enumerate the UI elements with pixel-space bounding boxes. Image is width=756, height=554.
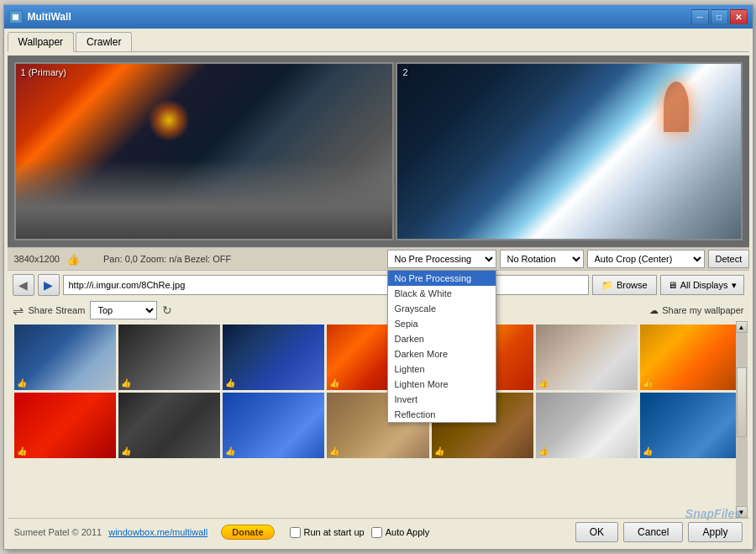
processing-dropdown-popup: No Pre Processing Black & White Grayscal… [387,270,496,423]
main-window: ▣ MultiWall ─ □ ✕ Wallpaper Crawler 1 (P… [3,4,753,550]
monitor-2: 2 [396,62,742,240]
refresh-icon[interactable]: ↻ [162,303,172,317]
main-area: 1 (Primary) 2 3840x1200 👍 Pan: 0,0 Zoom:… [8,55,749,546]
monitor-1: 1 (Primary) [14,62,395,240]
processing-option-invert[interactable]: Invert [388,392,496,407]
run-at-startup-checkbox[interactable] [290,527,301,538]
chevron-down-icon: ▾ [732,280,737,291]
processing-option-lighten-more[interactable]: Lighten More [388,377,496,392]
copyright-text: Sumeet Patel © 2011 [14,527,102,537]
thumbnail-item[interactable]: 👍 [640,324,742,390]
like-badge: 👍 [121,378,131,388]
url-row: ◀ ▶ 📁 Browse 🖥 All Displays ▾ [8,271,749,299]
processing-option-sepia[interactable]: Sepia [388,316,496,331]
scroll-up-arrow[interactable]: ▲ [736,321,748,333]
like-badge: 👍 [17,446,27,456]
close-button[interactable]: ✕ [730,9,748,24]
scroll-thumb[interactable] [737,367,747,436]
auto-apply-label: Auto Apply [386,527,430,537]
preview-area: 1 (Primary) 2 [8,55,749,247]
thumbnail-item[interactable]: 👍 [536,324,638,390]
forward-button[interactable]: ▶ [38,274,60,296]
share-row: ⇌ Share Stream Top Bottom Hot New Random… [8,299,749,321]
share-stream-label: Share Stream [29,305,86,315]
processing-dropdown-area: No Pre Processing Black & White Grayscal… [387,250,749,268]
url-input[interactable] [63,275,589,295]
tab-crawler[interactable]: Crawler [76,32,132,51]
thumbnail-item[interactable]: 👍 [223,324,324,390]
processing-option-reflection[interactable]: Reflection [388,407,496,422]
autocrop-select[interactable]: Auto Crop (Center) Auto Crop (Top) Auto … [587,250,705,268]
bottom-bar: Sumeet Patel © 2011 windowbox.me/multiwa… [8,518,749,546]
monitor-preview: 1 (Primary) 2 [14,62,743,240]
thumbnail-item[interactable]: 👍 [223,393,324,458]
like-badge: 👍 [225,446,235,456]
back-button[interactable]: ◀ [13,274,34,296]
title-bar-left: ▣ MultiWall [9,10,71,24]
like-icon[interactable]: 👍 [66,253,80,266]
thumbnail-area: 👍 👍 👍 👍 👍 👍 [8,321,749,518]
all-displays-button[interactable]: 🖥 All Displays ▾ [660,275,744,295]
folder-icon: 📁 [601,280,613,291]
donate-button[interactable]: Donate [221,525,274,540]
shuffle-icon[interactable]: ⇌ [13,303,24,319]
pan-zoom-bezel-text: Pan: 0,0 Zoom: n/a Bezel: OFF [103,254,231,264]
bottom-buttons: OK Cancel Apply [575,522,743,542]
like-badge: 👍 [329,378,339,388]
monitor-1-image [16,64,393,239]
app-icon: ▣ [9,10,23,24]
processing-option-grayscale[interactable]: Grayscale [388,301,496,316]
tab-wallpaper[interactable]: Wallpaper [8,32,75,52]
rotation-select[interactable]: No Rotation 90 CW 90 CCW 180 [500,250,584,268]
cancel-button[interactable]: Cancel [623,522,683,542]
processing-option-lighten[interactable]: Lighten [388,361,496,377]
thumbnail-item[interactable]: 👍 [118,324,220,390]
monitor-2-image [397,64,740,239]
thumbnail-item[interactable]: 👍 [14,393,116,458]
window-content: Wallpaper Crawler 1 (Primary) 2 [4,29,753,549]
window-title: MultiWall [28,11,71,23]
tab-bar: Wallpaper Crawler [8,32,749,52]
upload-icon: ☁ [649,305,659,316]
auto-apply-checkbox-area: Auto Apply [371,527,430,538]
apply-button[interactable]: Apply [688,522,742,542]
monitor-2-label: 2 [402,67,407,77]
thumbnail-item[interactable]: 👍 [536,393,638,458]
detect-button[interactable]: Detect [708,250,749,268]
website-link[interactable]: windowbox.me/multiwall [108,527,207,537]
thumbnail-item[interactable]: 👍 [14,324,116,390]
like-badge: 👍 [17,378,27,388]
like-badge: 👍 [329,446,339,456]
processing-option-darken[interactable]: Darken [388,331,496,346]
monitor-1-label: 1 (Primary) [21,67,66,77]
maximize-button[interactable]: □ [711,9,728,24]
like-badge: 👍 [434,446,444,456]
ok-button[interactable]: OK [575,522,618,542]
auto-apply-checkbox[interactable] [371,527,382,538]
snapfile-watermark: SnapFiles [685,507,741,520]
stream-select[interactable]: Top Bottom Hot New Random [90,301,157,319]
processing-container: No Pre Processing Black & White Grayscal… [387,250,496,268]
title-bar: ▣ MultiWall ─ □ ✕ [4,5,753,29]
share-my-wallpaper-button[interactable]: ☁ Share my wallpaper [649,305,743,316]
scroll-track[interactable] [736,333,748,506]
processing-option-darken-more[interactable]: Darken More [388,346,496,361]
processing-select[interactable]: No Pre Processing Black & White Grayscal… [387,250,496,268]
like-badge: 👍 [538,446,549,456]
like-badge: 👍 [538,378,549,388]
thumbnail-item[interactable]: 👍 [118,393,220,458]
processing-option-no-pre[interactable]: No Pre Processing [388,271,496,286]
thumbnail-item[interactable]: 👍 [640,393,742,458]
browse-button[interactable]: 📁 Browse [592,275,657,295]
status-bar: 3840x1200 👍 Pan: 0,0 Zoom: n/a Bezel: OF… [8,247,749,271]
window-controls: ─ □ ✕ [691,9,748,24]
run-at-startup-label: Run at start up [304,527,365,537]
processing-option-bw[interactable]: Black & White [388,286,496,301]
thumbnail-grid: 👍 👍 👍 👍 👍 👍 [11,323,746,460]
run-at-startup-checkbox-area: Run at start up [290,527,365,538]
like-badge: 👍 [121,446,131,456]
scrollbar: ▲ ▼ [736,321,748,518]
resolution-text: 3840x1200 [14,254,60,264]
minimize-button[interactable]: ─ [691,9,709,24]
like-badge: 👍 [225,378,235,388]
